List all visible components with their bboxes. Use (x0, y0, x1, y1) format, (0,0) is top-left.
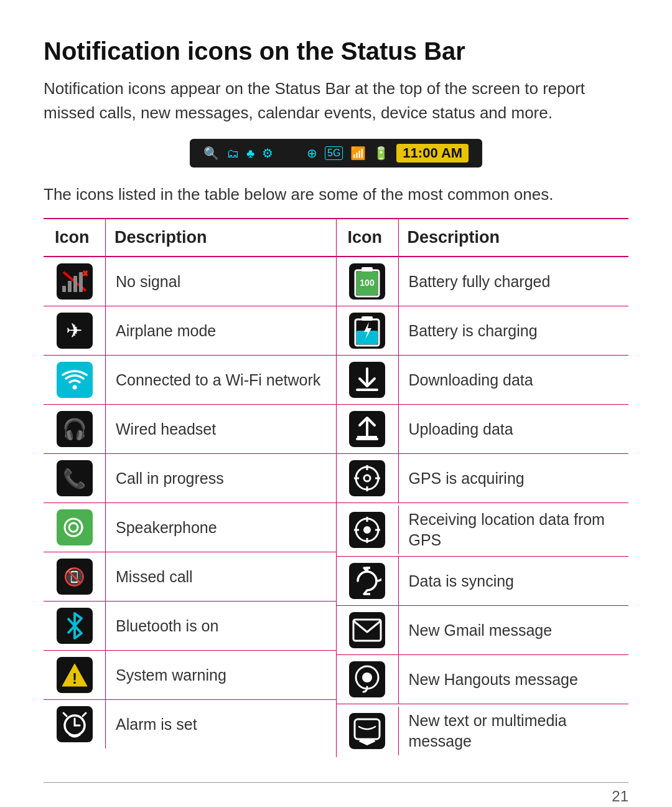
row-hangouts: New Hangouts message (337, 655, 629, 704)
svg-line-17 (83, 713, 86, 716)
svg-rect-2 (62, 286, 66, 292)
desc-gmail: New Gmail message (399, 614, 629, 647)
page-title: Notification icons on the Status Bar (44, 37, 628, 65)
row-call: 📞 Call in progress (44, 454, 336, 503)
row-sms: New text or multimedia message (337, 704, 629, 757)
icon-gps-acquiring (337, 454, 399, 503)
table-header-left: Icon Description (44, 219, 336, 257)
icon-sync (337, 557, 399, 605)
row-bluetooth: Bluetooth is on (44, 602, 336, 651)
icons-table: Icon Description (44, 218, 628, 757)
row-warning: ! System warning (44, 651, 336, 700)
row-airplane: ✈ Airplane mode (44, 306, 336, 356)
desc-warning: System warning (106, 659, 336, 692)
sb-icon-4: ⚙ (262, 146, 273, 161)
desc-download: Downloading data (399, 364, 629, 397)
svg-rect-23 (362, 316, 373, 321)
row-sync: Data is syncing (337, 557, 629, 606)
desc-wifi: Connected to a Wi-Fi network (106, 364, 336, 397)
icon-battery-full: 100 (337, 257, 399, 306)
header-icon-right: Icon (337, 219, 399, 256)
desc-hangouts: New Hangouts message (399, 663, 629, 696)
table-right: Icon Description 100 Battery fully charg… (337, 219, 629, 757)
icon-no-signal (44, 257, 106, 306)
row-no-signal: No signal (44, 257, 336, 306)
svg-rect-3 (68, 281, 72, 292)
header-desc-left: Description (106, 219, 336, 256)
table-header-right: Icon Description (337, 219, 629, 257)
desc-no-signal: No signal (106, 265, 336, 298)
desc-missed-call: Missed call (106, 560, 336, 593)
icon-sms (337, 707, 399, 755)
icon-hangouts (337, 655, 399, 704)
row-alarm: Alarm is set (44, 700, 336, 748)
svg-point-37 (364, 527, 370, 533)
table-left: Icon Description (44, 219, 337, 757)
sb-icon-5g: 5G (325, 146, 343, 160)
icon-speakerphone (44, 503, 106, 552)
desc-sync: Data is syncing (399, 565, 629, 598)
sb-icon-gps: ⊕ (307, 146, 317, 161)
svg-rect-19 (362, 267, 373, 271)
sb-time: 11:00 AM (396, 144, 469, 163)
icon-alarm (44, 700, 106, 748)
sb-icon-3: ♣ (246, 146, 254, 161)
row-battery-full: 100 Battery fully charged (337, 257, 629, 306)
desc-upload: Uploading data (399, 413, 629, 446)
svg-rect-4 (73, 276, 77, 292)
row-upload: Uploading data (337, 405, 629, 454)
svg-point-8 (72, 385, 77, 390)
icon-wifi (44, 356, 106, 404)
common-text: The icons listed in the table below are … (44, 185, 628, 204)
svg-rect-29 (357, 436, 377, 440)
svg-point-30 (356, 467, 378, 489)
desc-battery-charging: Battery is charging (399, 314, 629, 347)
desc-sms: New text or multimedia message (399, 704, 629, 757)
intro-text: Notification icons appear on the Status … (44, 77, 628, 125)
icon-bluetooth (44, 602, 106, 650)
sb-icon-battery: 🔋 (373, 146, 389, 161)
row-wifi: Connected to a Wi-Fi network (44, 356, 336, 405)
header-icon-left: Icon (44, 219, 106, 256)
sb-icon-1: 🔍 (203, 146, 219, 161)
row-gmail: New Gmail message (337, 606, 629, 655)
icon-headset: 🎧 (44, 405, 106, 453)
header-desc-right: Description (399, 219, 629, 256)
icon-battery-charging (337, 306, 399, 355)
row-gps-acquiring: GPS is acquiring (337, 454, 629, 503)
desc-gps-acquiring: GPS is acquiring (399, 462, 629, 495)
icon-call: 📞 (44, 454, 106, 503)
row-gps-receiving: Receiving location data from GPS (337, 503, 629, 557)
desc-alarm: Alarm is set (106, 708, 336, 741)
row-battery-charging: Battery is charging (337, 306, 629, 356)
icon-gps-receiving (337, 506, 399, 554)
desc-call: Call in progress (106, 462, 336, 495)
svg-text:!: ! (72, 670, 77, 687)
status-bar-image: 🔍 🗂 ♣ ⚙ ⊕ 5G 📶 🔋 11:00 AM (190, 139, 482, 168)
desc-airplane: Airplane mode (106, 314, 336, 347)
svg-rect-24 (357, 331, 378, 344)
desc-gps-receiving: Receiving location data from GPS (399, 503, 629, 556)
icon-gmail (337, 606, 399, 654)
icon-download (337, 356, 399, 404)
page-number-value: 21 (612, 788, 628, 805)
icon-warning: ! (44, 651, 106, 699)
status-bar-demo: 🔍 🗂 ♣ ⚙ ⊕ 5G 📶 🔋 11:00 AM (44, 139, 628, 168)
sb-icon-signal: 📶 (350, 146, 366, 161)
row-headset: 🎧 Wired headset (44, 405, 336, 454)
icon-upload (337, 405, 399, 453)
svg-rect-42 (353, 620, 381, 641)
svg-rect-5 (79, 272, 83, 292)
desc-bluetooth: Bluetooth is on (106, 610, 336, 643)
page-number: 21 (44, 782, 628, 805)
sb-icon-2: 🗂 (226, 146, 239, 161)
icon-missed-call: 📵 (44, 552, 106, 601)
svg-text:100: 100 (360, 278, 375, 288)
row-speakerphone: Speakerphone (44, 503, 336, 552)
svg-line-16 (63, 713, 67, 716)
svg-point-31 (364, 475, 370, 481)
row-missed-call: 📵 Missed call (44, 552, 336, 602)
svg-point-44 (362, 672, 372, 682)
desc-battery-full: Battery fully charged (399, 265, 629, 298)
row-download: Downloading data (337, 356, 629, 405)
